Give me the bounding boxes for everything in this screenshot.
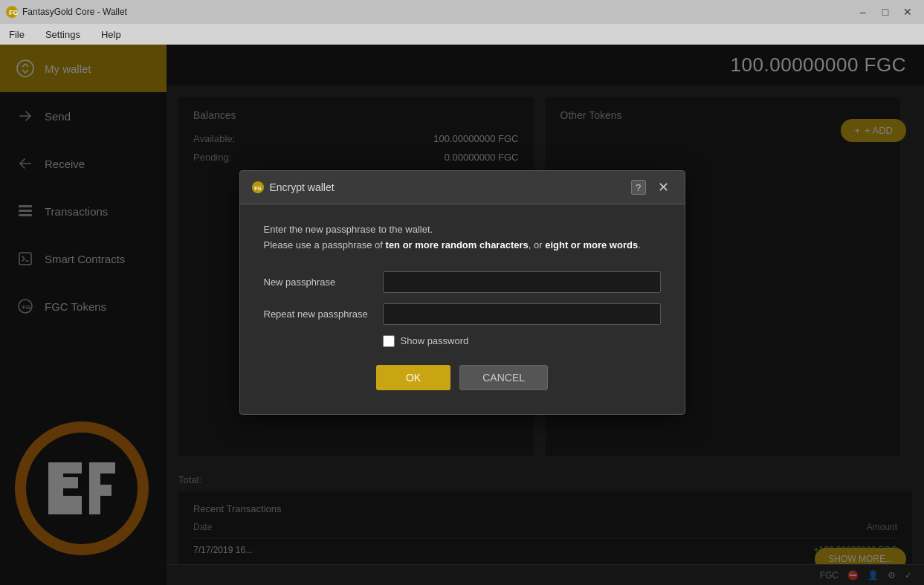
info-line2-mid: , or <box>529 239 545 251</box>
menu-help[interactable]: Help <box>97 28 126 42</box>
close-button[interactable]: ✕ <box>897 4 918 19</box>
new-passphrase-field: New passphrase <box>264 271 661 293</box>
menu-bar: File Settings Help <box>0 24 924 45</box>
window-title: FantasyGold Core - Wallet <box>22 7 127 17</box>
new-passphrase-input[interactable] <box>383 271 661 293</box>
modal-title-bar: FG Encrypt wallet ? ✕ <box>240 171 685 204</box>
info-bold2: eight or more words <box>545 239 638 251</box>
app-body: My wallet Send Receive <box>0 45 924 585</box>
title-bar-left: FG FantasyGold Core - Wallet <box>6 6 127 18</box>
info-line2-end: . <box>638 239 641 251</box>
title-bar: FG FantasyGold Core - Wallet – □ ✕ <box>0 0 924 24</box>
ok-button[interactable]: OK <box>376 365 450 390</box>
modal-app-icon: FG <box>252 181 264 193</box>
modal-body: Enter the new passphrase to the wallet. … <box>240 204 685 414</box>
modal-overlay: FG Encrypt wallet ? ✕ Enter the new pass… <box>0 45 924 585</box>
maximize-button[interactable]: □ <box>875 4 896 19</box>
modal-title: Encrypt wallet <box>270 181 335 193</box>
window-controls: – □ ✕ <box>853 4 918 19</box>
menu-file[interactable]: File <box>4 28 29 42</box>
repeat-passphrase-field: Repeat new passphrase <box>264 303 661 325</box>
show-password-checkbox[interactable] <box>383 335 395 347</box>
show-password-label[interactable]: Show password <box>401 335 469 346</box>
menu-settings[interactable]: Settings <box>41 28 85 42</box>
info-line2-before: Please use a passphrase of <box>264 239 386 251</box>
encrypt-wallet-dialog: FG Encrypt wallet ? ✕ Enter the new pass… <box>239 170 685 415</box>
modal-help-button[interactable]: ? <box>631 180 646 195</box>
modal-info-text: Enter the new passphrase to the wallet. … <box>264 222 661 253</box>
new-passphrase-label: New passphrase <box>264 277 383 288</box>
modal-actions: OK CANCEL <box>264 365 661 396</box>
info-bold1: ten or more random characters <box>386 239 529 251</box>
cancel-button[interactable]: CANCEL <box>459 365 548 390</box>
svg-text:FG: FG <box>254 186 262 191</box>
repeat-passphrase-input[interactable] <box>383 303 661 325</box>
app-icon: FG <box>6 6 18 18</box>
repeat-passphrase-label: Repeat new passphrase <box>264 308 383 320</box>
modal-title-left: FG Encrypt wallet <box>252 181 335 193</box>
minimize-button[interactable]: – <box>853 4 873 19</box>
show-password-row: Show password <box>383 335 661 347</box>
modal-close-button[interactable]: ✕ <box>655 178 673 196</box>
info-line1: Enter the new passphrase to the wallet. <box>264 224 433 235</box>
modal-title-controls: ? ✕ <box>631 178 673 196</box>
svg-text:FG: FG <box>9 9 18 16</box>
